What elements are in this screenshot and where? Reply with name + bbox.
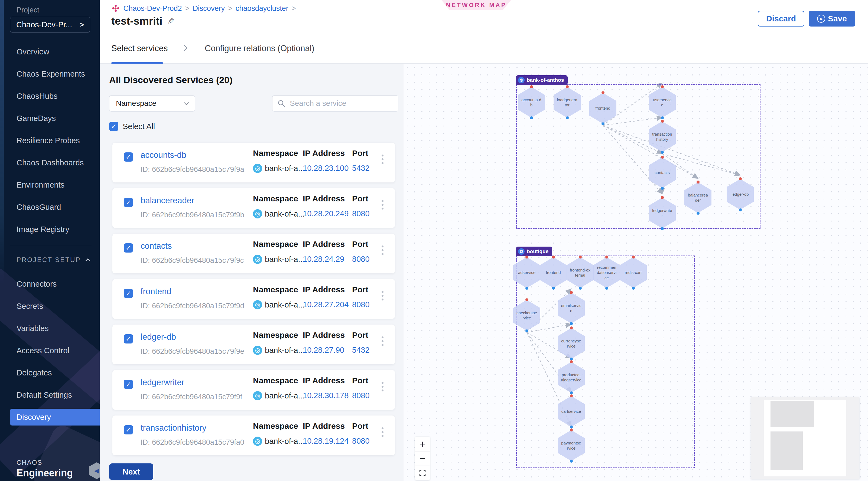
- sidebar-item-chaoshubs[interactable]: ChaosHubs: [0, 85, 100, 107]
- sidebar-item-access-control[interactable]: Access Control: [0, 340, 100, 362]
- ingress-dot: [530, 85, 533, 88]
- sidebar-item-chaosguard[interactable]: ChaosGuard: [0, 196, 100, 218]
- column-header-port: Port: [352, 239, 368, 249]
- service-checkbox[interactable]: ✓: [124, 198, 133, 207]
- page-header: ✣ Chaos-Dev-Prod2 > Discovery > chaosday…: [100, 0, 868, 33]
- ingress-dot: [566, 85, 569, 88]
- cluster-box-bank-of-anthos[interactable]: [516, 84, 761, 229]
- sidebar-item-default-settings[interactable]: Default Settings: [0, 384, 100, 406]
- port-value[interactable]: 8080: [352, 391, 370, 400]
- column-header-ip: IP Address: [303, 194, 345, 203]
- kebab-menu-icon[interactable]: [380, 380, 385, 393]
- sidebar-item-gamedays[interactable]: GameDays: [0, 107, 100, 129]
- fullscreen-button[interactable]: [415, 466, 430, 480]
- sidebar-item-chaos-dashboards[interactable]: Chaos Dashboards: [0, 152, 100, 174]
- node-label: frontend-external: [570, 267, 590, 278]
- service-name-link[interactable]: balancereader: [141, 196, 194, 205]
- breadcrumb-cluster[interactable]: chaosdaycluster: [236, 4, 288, 13]
- ip-value[interactable]: 10.28.23.100: [303, 164, 348, 173]
- kebab-menu-icon[interactable]: [380, 244, 385, 257]
- zoom-in-button[interactable]: +: [415, 437, 430, 451]
- port-value[interactable]: 8080: [352, 437, 370, 446]
- map-minimap[interactable]: [751, 397, 859, 479]
- breadcrumb-discovery[interactable]: Discovery: [192, 4, 225, 13]
- service-card-frontend: ✓frontendID: 662b6c9fcb96480a15c79f9dNam…: [113, 279, 395, 319]
- kebab-menu-icon[interactable]: [380, 335, 385, 348]
- column-header-namespace: Namespace: [253, 421, 298, 431]
- sidebar-item-environments[interactable]: Environments: [0, 174, 100, 196]
- egress-dot: [632, 287, 635, 290]
- edit-pencil-icon[interactable]: ✎: [167, 16, 175, 26]
- service-name-link[interactable]: transactionhistory: [141, 423, 206, 433]
- ingress-dot: [579, 256, 582, 258]
- sidebar-item-delegates[interactable]: Delegates: [0, 362, 100, 384]
- namespace-text: bank-of-a...: [265, 255, 305, 264]
- column-header-port: Port: [352, 194, 368, 203]
- port-value[interactable]: 8080: [352, 209, 370, 218]
- service-checkbox[interactable]: ✓: [124, 425, 133, 435]
- map-zoom-controls: + −: [415, 437, 430, 480]
- service-checkbox[interactable]: ✓: [124, 334, 133, 344]
- service-name-link[interactable]: contacts: [141, 241, 172, 251]
- cluster-badge-boutique[interactable]: ☸boutique: [516, 247, 552, 256]
- service-checkbox[interactable]: ✓: [124, 152, 133, 162]
- column-header-namespace: Namespace: [253, 194, 298, 203]
- port-value[interactable]: 8080: [352, 300, 370, 309]
- service-checkbox[interactable]: ✓: [124, 243, 133, 253]
- ip-value[interactable]: 10.28.27.90: [303, 346, 344, 355]
- sidebar-item-connectors[interactable]: Connectors: [0, 273, 100, 295]
- ip-value[interactable]: 10.28.24.29: [303, 255, 344, 264]
- column-header-ip: IP Address: [303, 149, 345, 158]
- ip-value[interactable]: 10.28.19.124: [303, 437, 348, 446]
- service-id: ID: 662b6c9fcb96480a15c79f9d: [141, 302, 244, 310]
- sidebar-item-secrets[interactable]: Secrets: [0, 295, 100, 317]
- egress-dot: [661, 117, 664, 119]
- service-checkbox[interactable]: ✓: [124, 380, 133, 389]
- sidebar-item-resilience-probes[interactable]: Resilience Probes: [0, 129, 100, 152]
- service-name-link[interactable]: frontend: [141, 287, 172, 296]
- kebab-menu-icon[interactable]: [380, 198, 385, 211]
- namespace-filter-dropdown[interactable]: Namespace: [109, 95, 195, 111]
- ip-value[interactable]: 10.28.27.204: [303, 300, 348, 309]
- ingress-dot: [605, 256, 608, 258]
- node-label: loadgenerator: [557, 97, 578, 108]
- node-label: frontend: [593, 105, 613, 111]
- egress-dot: [661, 187, 664, 190]
- service-checkbox[interactable]: ✓: [124, 289, 133, 298]
- cluster-badge-bank-of-anthos[interactable]: ☸bank-of-anthos: [516, 75, 568, 85]
- port-value[interactable]: 8080: [352, 255, 370, 264]
- column-header-namespace: Namespace: [253, 330, 298, 340]
- breadcrumb-project[interactable]: Chaos-Dev-Prod2: [124, 4, 182, 13]
- sidebar-item-overview[interactable]: Overview: [0, 41, 100, 63]
- ip-value[interactable]: 10.28.20.249: [303, 209, 348, 218]
- kebab-menu-icon[interactable]: [380, 426, 385, 439]
- select-all-checkbox[interactable]: ✓: [109, 122, 118, 131]
- next-button[interactable]: Next: [109, 463, 153, 480]
- discovered-services-panel: All Discovered Services (20) Namespace ✓…: [100, 64, 404, 481]
- node-label: checkoutservice: [517, 310, 537, 321]
- sidebar-item-discovery[interactable]: Discovery: [10, 409, 100, 425]
- breadcrumb-separator: >: [292, 4, 296, 13]
- search-input[interactable]: [289, 99, 387, 108]
- service-name-link[interactable]: accounts-db: [141, 150, 186, 160]
- ip-value[interactable]: 10.28.30.178: [303, 391, 348, 400]
- discard-button[interactable]: Discard: [758, 11, 804, 27]
- tab-configure-relations[interactable]: Configure relations (Optional): [205, 33, 314, 63]
- kebab-menu-icon[interactable]: [380, 153, 385, 166]
- tab-select-services[interactable]: Select services: [111, 33, 168, 63]
- egress-dot: [601, 122, 604, 125]
- network-map-canvas[interactable]: ☸bank-of-anthosaccounts-dbloadgeneratorf…: [404, 64, 868, 481]
- project-selector[interactable]: Chaos-Dev-Pr... >: [10, 17, 90, 32]
- service-name-link[interactable]: ledger-db: [141, 332, 176, 342]
- save-button[interactable]: ▶ Save: [809, 11, 855, 27]
- sidebar-item-variables[interactable]: Variables: [0, 317, 100, 340]
- port-value[interactable]: 5432: [352, 346, 370, 355]
- zoom-out-button[interactable]: −: [415, 451, 430, 466]
- column-header-namespace: Namespace: [253, 376, 298, 385]
- kebab-menu-icon[interactable]: [380, 289, 385, 302]
- sidebar-item-image-registry[interactable]: Image Registry: [0, 218, 100, 241]
- project-setup-section[interactable]: PROJECT SETUP: [17, 256, 90, 264]
- port-value[interactable]: 5432: [352, 164, 370, 173]
- sidebar-item-chaos-experiments[interactable]: Chaos Experiments: [0, 63, 100, 85]
- service-name-link[interactable]: ledgerwriter: [141, 378, 184, 387]
